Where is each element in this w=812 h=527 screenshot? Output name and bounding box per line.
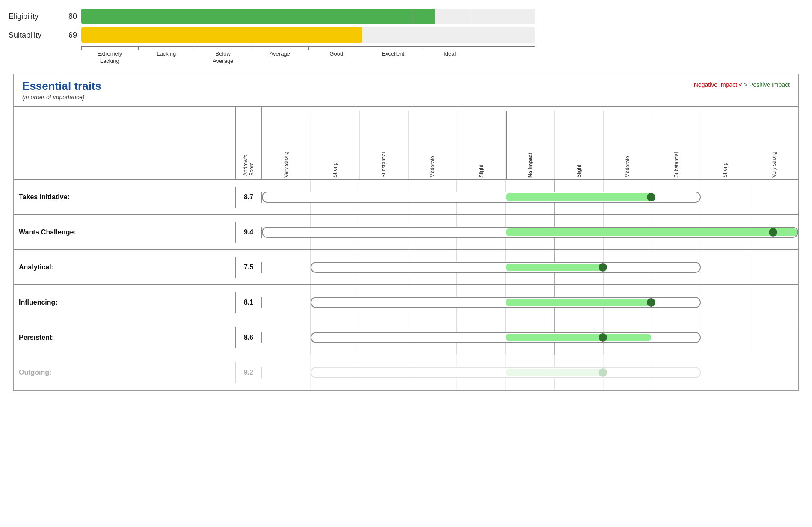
trait-name-takes-initiative: Takes Initiative: [14, 187, 236, 208]
chart-col-headers: Very strong Strong Substantial Moderate … [262, 107, 798, 179]
bar-track-outgoing [311, 367, 701, 378]
score-takes-initiative: 8.7 [236, 192, 262, 203]
trait-name-influencing: Influencing: [14, 292, 236, 313]
trait-row-analytical: Analytical: 7.5 [14, 249, 798, 284]
suitability-score: 69 [60, 31, 77, 40]
bar-fill-persistent [506, 334, 651, 341]
impact-negative-label: Negative Impact < [694, 81, 742, 88]
eligibility-label: Eligibility [9, 12, 60, 21]
axis-label-5: Excellent [365, 50, 422, 65]
col-no-impact: No impact [506, 111, 555, 179]
bar-dot-analytical [599, 263, 607, 272]
trait-row-takes-initiative: Takes Initiative: 8.7 [14, 179, 798, 214]
trait-col-header [14, 107, 236, 179]
trait-name-analytical: Analytical: [14, 257, 236, 278]
eligibility-row: Eligibility 80 [9, 9, 803, 24]
suitability-bar-fill [81, 27, 362, 43]
col-strong-pos: Strong [701, 111, 750, 179]
bar-track-influencing [311, 297, 701, 308]
column-headers-row: Andrew'sScore Very strong Strong Substan… [14, 106, 798, 179]
col-very-strong-pos: Very strong [750, 111, 798, 179]
bar-dot-takes-initiative [647, 193, 655, 201]
col-moderate-neg: Moderate [408, 111, 457, 179]
impact-middle: > [744, 81, 749, 88]
score-col-header: Andrew'sScore [236, 107, 262, 179]
section-title: Essential traits [22, 80, 790, 93]
col-slight-pos: Slight [554, 111, 603, 179]
bar-dot-influencing [647, 298, 655, 307]
col-substantial-pos: Substantial [652, 111, 701, 179]
impact-legend: Negative Impact < > Positive Impact [694, 81, 790, 88]
col-strong-neg: Strong [311, 111, 359, 179]
suitability-bar-container [81, 27, 535, 43]
impact-positive-label: Positive Impact [749, 81, 790, 88]
axis-label-4: Good [308, 50, 365, 65]
eligibility-bar-container [81, 9, 535, 24]
chart-influencing [262, 285, 798, 320]
chart-outgoing [262, 355, 798, 390]
trait-row-wants-challenge: Wants Challenge: 9.4 [14, 214, 798, 249]
bar-track-persistent [311, 332, 701, 343]
score-outgoing: 9.2 [236, 367, 262, 378]
eligibility-bar-fill [81, 9, 435, 24]
trait-name-wants-challenge: Wants Challenge: [14, 222, 236, 243]
bar-dot-persistent [599, 333, 607, 342]
section-header: Essential traits (in order of importance… [14, 74, 798, 102]
trait-name-outgoing: Outgoing: [14, 362, 236, 383]
bar-dot-outgoing [599, 368, 607, 377]
col-moderate-pos: Moderate [603, 111, 652, 179]
score-influencing: 8.1 [236, 297, 262, 308]
top-chart-section: Eligibility 80 Suitability 69 ExtremelyL… [9, 9, 803, 65]
suitability-label: Suitability [9, 31, 60, 40]
trait-row-persistent: Persistent: 8.6 [14, 320, 798, 355]
bar-fill-analytical [506, 264, 603, 271]
axis-label-3: Average [252, 50, 308, 65]
score-wants-challenge: 9.4 [236, 227, 262, 238]
trait-row-influencing: Influencing: 8.1 [14, 284, 798, 320]
bar-fill-outgoing [506, 369, 603, 376]
bar-fill-influencing [506, 299, 651, 306]
bar-fill-wants-challenge [506, 228, 797, 236]
col-slight-neg: Slight [457, 111, 506, 179]
bar-track-takes-initiative [262, 192, 701, 203]
chart-persistent [262, 320, 798, 355]
bar-track-wants-challenge [262, 227, 798, 238]
score-analytical: 7.5 [236, 262, 262, 273]
axis-label-2: BelowAverage [195, 50, 252, 65]
score-col-label: Andrew'sScore [243, 109, 255, 178]
chart-wants-challenge [262, 215, 798, 249]
section-subtitle: (in order of importance) [22, 94, 790, 101]
eligibility-tick [471, 9, 471, 24]
col-very-strong-neg: Very strong [262, 111, 311, 179]
axis-labels: ExtremelyLacking Lacking BelowAverage Av… [81, 50, 535, 65]
trait-row-outgoing: Outgoing: 9.2 [14, 355, 798, 390]
bar-fill-takes-initiative [506, 193, 652, 201]
eligibility-score: 80 [60, 12, 77, 21]
col-substantial-neg: Substantial [359, 111, 408, 179]
axis-label-0: ExtremelyLacking [81, 50, 138, 65]
axis-label-6: Ideal [421, 50, 478, 65]
main-table: Essential traits (in order of importance… [13, 74, 799, 391]
chart-takes-initiative [262, 180, 798, 214]
eligibility-tick2 [412, 9, 412, 24]
axis-label-1: Lacking [138, 50, 195, 65]
bar-dot-wants-challenge [769, 228, 777, 237]
chart-analytical [262, 250, 798, 284]
bar-track-analytical [311, 262, 701, 273]
score-persistent: 8.6 [236, 332, 262, 343]
suitability-row: Suitability 69 [9, 27, 803, 43]
trait-name-persistent: Persistent: [14, 327, 236, 348]
